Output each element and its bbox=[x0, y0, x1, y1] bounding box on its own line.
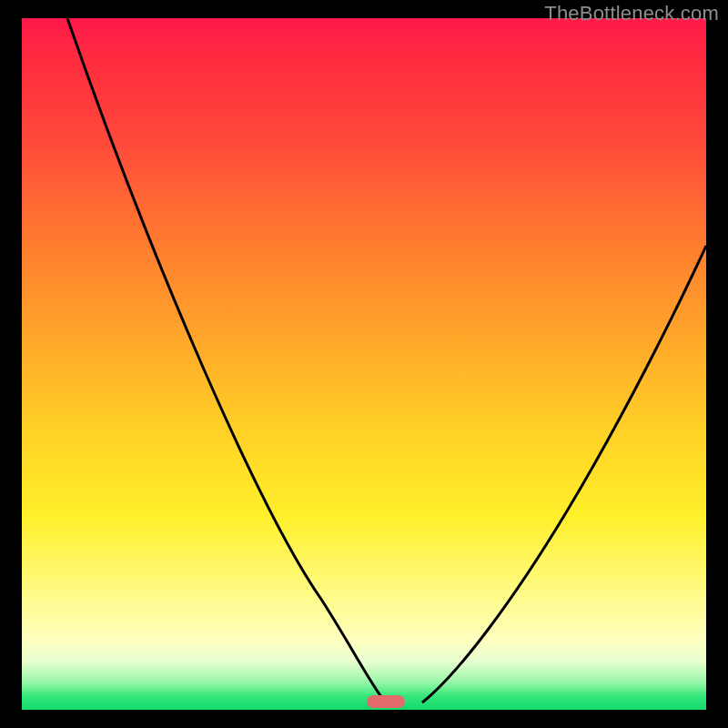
plot-area bbox=[22, 18, 706, 710]
watermark-text: TheBottleneck.com bbox=[544, 2, 719, 25]
chart-frame: TheBottleneck.com bbox=[0, 0, 728, 728]
optimal-marker bbox=[367, 695, 405, 708]
curve-left-arm bbox=[67, 18, 386, 703]
bottleneck-curve bbox=[22, 18, 706, 710]
curve-right-arm bbox=[422, 246, 706, 703]
